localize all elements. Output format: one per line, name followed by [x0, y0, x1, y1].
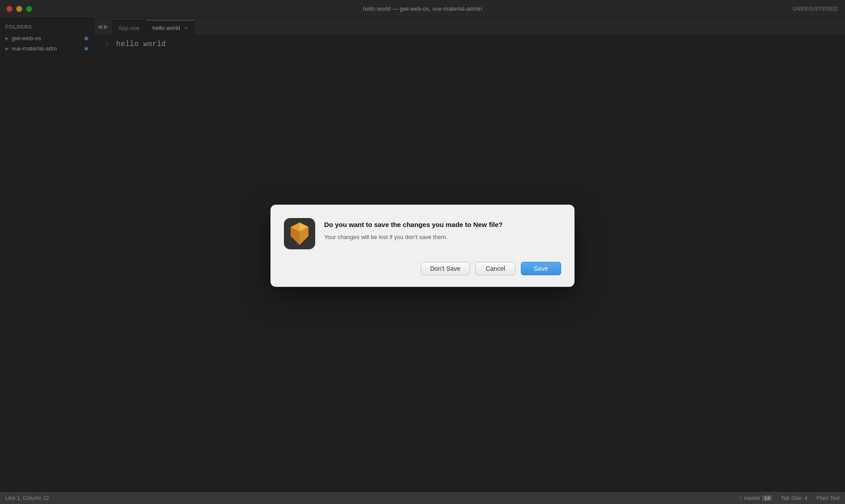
main-layout: FOLDERS ▶ gwi-web-os ▶ vue-material-adm … [0, 18, 845, 491]
editor-area: ◀ ▶ App.vue hello world ✕ 1 hello world [94, 18, 845, 491]
dont-save-button[interactable]: Don't Save [421, 262, 470, 275]
git-branch: master [744, 495, 760, 501]
status-bar-right: ⑂ master 14 Tab Size: 4 Plain Text [739, 495, 840, 501]
save-dialog: Do you want to save the changes you made… [270, 205, 575, 287]
dialog-overlay: Do you want to save the changes you made… [0, 0, 845, 491]
app-icon [284, 218, 315, 249]
dialog-title: Do you want to save the changes you made… [324, 220, 561, 229]
save-button[interactable]: Save [521, 262, 561, 275]
dialog-header: Do you want to save the changes you made… [284, 218, 561, 249]
tab-size[interactable]: Tab Size: 4 [781, 495, 807, 501]
cursor-position: Line 1, Column 12 [5, 495, 49, 501]
cancel-button[interactable]: Cancel [475, 262, 515, 275]
dialog-text: Do you want to save the changes you made… [324, 218, 561, 249]
git-count: 14 [762, 496, 772, 501]
git-badge[interactable]: ⑂ master 14 [739, 495, 772, 501]
dialog-subtitle: Your changes will be lost if you don't s… [324, 233, 561, 242]
language-mode[interactable]: Plain Text [816, 495, 840, 501]
status-bar: Line 1, Column 12 ⑂ master 14 Tab Size: … [0, 491, 845, 504]
dialog-buttons: Don't Save Cancel Save [284, 262, 561, 275]
git-icon: ⑂ [739, 495, 742, 501]
